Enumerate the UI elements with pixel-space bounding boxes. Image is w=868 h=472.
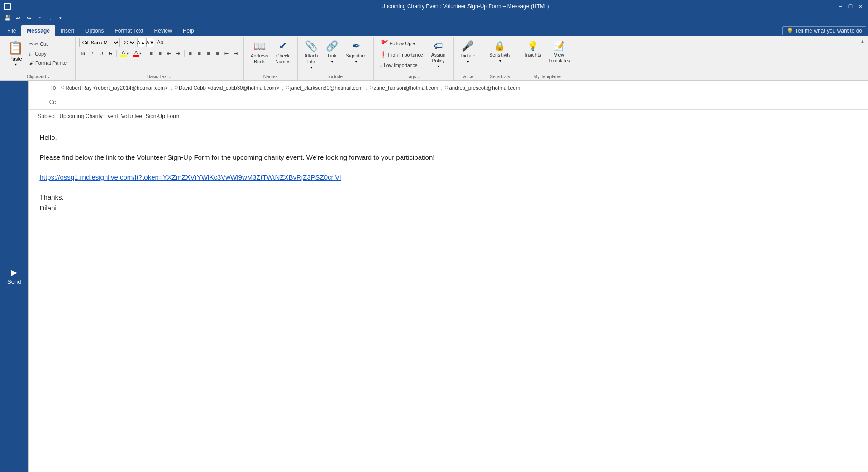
tags-group-label[interactable]: Tags ⌄ xyxy=(377,73,450,80)
send-button[interactable]: ▶ Send xyxy=(0,81,28,472)
collapse-ribbon-button[interactable]: ▲ xyxy=(859,38,866,44)
decrease-font-button[interactable]: A▼ xyxy=(146,38,154,47)
window-controls: ─ ❐ ✕ xyxy=(836,3,864,10)
closing: Thanks, xyxy=(39,192,857,203)
recipient-4[interactable]: zane_hanson@hotmail.com xyxy=(368,85,440,91)
tab-format-text[interactable]: Format Text xyxy=(109,25,148,36)
window-title: Upcoming Charity Event: Volunteer Sign-U… xyxy=(94,3,836,10)
font-color-dropdown[interactable]: ▾ xyxy=(139,52,141,56)
high-importance-button[interactable]: ❗ High Importance xyxy=(377,50,425,59)
address-book-button[interactable]: 📖 AddressBook xyxy=(248,38,272,70)
recipients-container[interactable]: Robert Ray <robert_ray2014@hotmail.com> … xyxy=(59,85,864,91)
assign-policy-button[interactable]: 🏷 AssignPolicy ▾ xyxy=(427,38,450,70)
recipient-3[interactable]: janet_clarkson30@hotmail.com xyxy=(284,85,365,91)
tab-options[interactable]: Options xyxy=(80,25,109,36)
strikethrough-button[interactable]: S xyxy=(106,49,114,58)
sign-up-link[interactable]: https://ossq1.rnd.esignlive.com/ft?token… xyxy=(39,173,341,181)
tab-insert[interactable]: Insert xyxy=(55,25,80,36)
copy-button[interactable]: ⬚ Copy xyxy=(27,49,71,58)
font-size-select[interactable]: 22 xyxy=(121,38,136,47)
sensitivity-button[interactable]: 🔒 Sensitivity ▾ xyxy=(486,38,514,70)
sender-name: Dilani xyxy=(39,203,857,214)
bullets-button[interactable]: ≡ xyxy=(147,49,155,58)
tell-me-input[interactable]: 💡 Tell me what you want to do xyxy=(782,26,866,35)
email-composer: ▶ Send To Robert Ray <robert_ray2014@hot… xyxy=(0,81,868,472)
align-left-button[interactable]: ≡ xyxy=(186,49,195,58)
tab-review[interactable]: Review xyxy=(149,25,177,36)
up-quick-button[interactable]: ↑ xyxy=(35,14,44,23)
subject-label: Subject xyxy=(32,113,59,119)
format-painter-button[interactable]: 🖌 Format Painter xyxy=(27,59,71,67)
paste-button[interactable]: 📋 Paste ▾ xyxy=(5,38,26,69)
down-quick-button[interactable]: ↓ xyxy=(46,14,55,23)
restore-button[interactable]: ❐ xyxy=(846,3,854,10)
subject-text[interactable]: Upcoming Charity Event: Volunteer Sign-U… xyxy=(59,113,864,119)
follow-up-column: 🚩 Follow Up ▾ ❗ High Importance ↓ Low Im… xyxy=(377,38,425,70)
link-button[interactable]: 🔗 Link ▾ xyxy=(322,38,342,70)
indent-button[interactable]: ⇥ xyxy=(174,49,182,58)
recipient-5[interactable]: andrea_prescott@hotmail.com xyxy=(443,85,522,91)
clipboard-items: 📋 Paste ▾ ✂ ✂ Cut ⬚ Copy 🖌 Format xyxy=(5,38,72,73)
signature-icon: ✒ xyxy=(352,40,360,52)
basic-text-group-label[interactable]: Basic Text ⌄ xyxy=(79,73,240,80)
decrease-indent-button[interactable]: ⇤ xyxy=(223,49,231,58)
close-button[interactable]: ✕ xyxy=(856,3,864,10)
paste-label: Paste xyxy=(9,56,22,62)
highlight-color-swatch xyxy=(120,55,127,57)
check-names-icon: ✔ xyxy=(279,40,287,52)
basic-text-expand-icon: ⌄ xyxy=(168,75,172,79)
highlight-dropdown[interactable]: ▾ xyxy=(127,52,129,56)
quick-access-dropdown[interactable]: ▾ xyxy=(57,14,63,23)
align-right-button[interactable]: ≡ xyxy=(205,49,213,58)
tab-file[interactable]: File xyxy=(2,25,21,36)
cut-button[interactable]: ✂ ✂ Cut xyxy=(27,40,71,48)
increase-font-button[interactable]: A▲ xyxy=(137,38,145,47)
highlight-button[interactable]: A ▾ xyxy=(119,49,130,58)
justify-button[interactable]: ≡ xyxy=(214,49,222,58)
quick-access-toolbar: 💾 ↩ ↪ ↑ ↓ ▾ xyxy=(0,13,868,24)
check-names-button[interactable]: ✔ CheckNames xyxy=(272,38,293,70)
my-templates-items: 💡 Insights 📝 ViewTemplates xyxy=(522,38,573,73)
underline-button[interactable]: U xyxy=(97,49,105,58)
address-book-icon: 📖 xyxy=(253,40,266,52)
follow-up-button[interactable]: 🚩 Follow Up ▾ xyxy=(377,38,425,49)
tab-help[interactable]: Help xyxy=(177,25,200,36)
basic-text-group: Gill Sans M 22 A▲ A▼ Aa B I U S A xyxy=(76,37,244,80)
recipient-1[interactable]: Robert Ray <robert_ray2014@hotmail.com> xyxy=(59,85,169,91)
redo-quick-button[interactable]: ↪ xyxy=(24,14,33,23)
attach-file-button[interactable]: 📎 AttachFile ▾ xyxy=(301,38,321,70)
clipboard-buttons: 📋 Paste ▾ ✂ ✂ Cut ⬚ Copy 🖌 Format xyxy=(5,38,72,69)
font-family-select[interactable]: Gill Sans M xyxy=(79,38,120,47)
view-templates-button[interactable]: 📝 ViewTemplates xyxy=(545,38,573,70)
bold-button[interactable]: B xyxy=(79,49,87,58)
highlight-icon: A xyxy=(122,50,125,55)
tags-expand-icon: ⌄ xyxy=(417,75,420,79)
insights-button[interactable]: 💡 Insights xyxy=(522,38,544,70)
clear-format-button[interactable]: Aa xyxy=(155,38,166,47)
paste-icon: 📋 xyxy=(8,40,24,55)
numbering-button[interactable]: ≡ xyxy=(156,49,164,58)
email-body[interactable]: Hello, Please find below the link to the… xyxy=(29,123,868,472)
dictate-button[interactable]: 🎤 Dictate ▾ xyxy=(458,38,479,70)
clipboard-group: 📋 Paste ▾ ✂ ✂ Cut ⬚ Copy 🖌 Format xyxy=(2,37,76,80)
outdent-button[interactable]: ⇤ xyxy=(165,49,173,58)
link-icon: 🔗 xyxy=(326,40,338,52)
lightbulb-icon: 💡 xyxy=(787,28,793,34)
ribbon: 📋 Paste ▾ ✂ ✂ Cut ⬚ Copy 🖌 Format xyxy=(0,36,868,81)
increase-indent-button[interactable]: ⇥ xyxy=(232,49,240,58)
undo-quick-button[interactable]: ↩ xyxy=(14,14,23,23)
align-center-button[interactable]: ≡ xyxy=(196,49,204,58)
italic-button[interactable]: I xyxy=(88,49,96,58)
clipboard-group-label[interactable]: Clipboard ⌄ xyxy=(5,73,72,80)
recipient-2[interactable]: David Cobb <david_cobb30@hotmail.com> xyxy=(173,85,281,91)
low-importance-button[interactable]: ↓ Low Importance xyxy=(377,60,425,70)
voice-group-label: Voice xyxy=(458,73,479,80)
assign-policy-icon: 🏷 xyxy=(434,40,443,51)
signature-button[interactable]: ✒ Signature ▾ xyxy=(343,38,370,70)
voice-items: 🎤 Dictate ▾ xyxy=(458,38,479,73)
minimize-button[interactable]: ─ xyxy=(836,3,844,10)
tab-message[interactable]: Message xyxy=(21,25,55,36)
font-color-button[interactable]: A ▾ xyxy=(131,49,143,58)
save-quick-button[interactable]: 💾 xyxy=(3,14,12,23)
text-format-row: B I U S A ▾ A ▾ xyxy=(79,49,240,58)
